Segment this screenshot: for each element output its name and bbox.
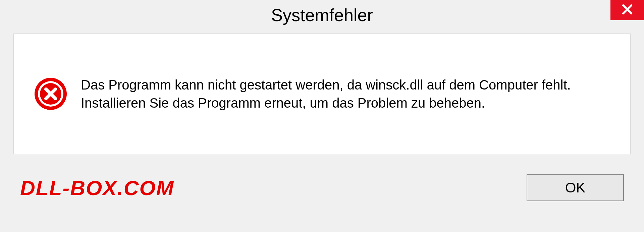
- close-icon: [621, 3, 633, 17]
- dialog-title: Systemfehler: [271, 5, 373, 25]
- close-button[interactable]: [610, 0, 644, 20]
- error-dialog: Systemfehler Das Programm kann nicht ges…: [0, 0, 644, 232]
- error-message: Das Programm kann nicht gestartet werden…: [81, 76, 610, 112]
- titlebar: Systemfehler: [0, 0, 644, 30]
- error-icon: [34, 77, 67, 111]
- dialog-footer: DLL-BOX.COM OK: [0, 154, 644, 221]
- ok-button[interactable]: OK: [527, 174, 624, 201]
- ok-button-label: OK: [565, 180, 586, 196]
- watermark-text: DLL-BOX.COM: [20, 176, 174, 200]
- content-panel: Das Programm kann nicht gestartet werden…: [13, 34, 631, 154]
